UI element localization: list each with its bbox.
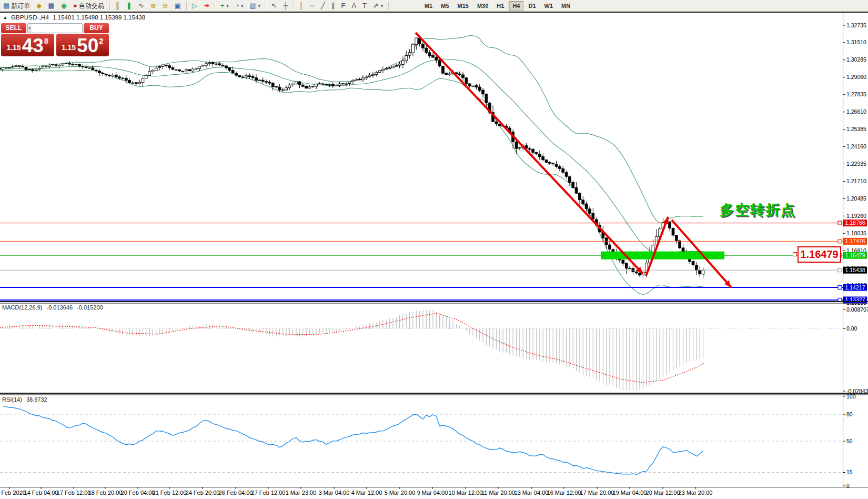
fibonacci-button[interactable]: F [338,0,348,12]
svg-text:1.27835: 1.27835 [846,91,866,97]
line-anchor-handle [838,268,842,272]
new-order-button[interactable]: ▤ 新订单 [0,0,33,12]
tf-h1-button[interactable]: H1 [493,1,508,11]
time-axis[interactable]: 12 Feb 202014 Feb 04:0017 Feb 12:0018 Fe… [0,487,712,496]
svg-text:15: 15 [846,469,853,475]
svg-text:1.20485: 1.20485 [846,195,866,202]
charts-window-button[interactable]: ▦ [45,0,57,12]
svg-text:0.008707: 0.008707 [846,306,868,313]
indicators-add-icon: + [220,2,225,10]
new-order-label: 新订单 [11,2,30,11]
svg-text:17 Mar 20:00: 17 Mar 20:00 [580,490,614,496]
svg-text:1.24160: 1.24160 [846,143,866,149]
text-label-button[interactable]: T [359,0,370,12]
one-click-trade-panel: SELL ▼ ▲ BUY 1.15 43 8 1.15 50 2 [1,23,109,56]
cursor-button[interactable]: ↖ [268,0,280,12]
turning-point-annotation[interactable]: 多空转折点 [720,201,796,219]
autotrading-button[interactable]: ● 自动交易 [70,0,107,12]
zoom-out-button[interactable]: ⊖ [159,0,171,12]
periods-button[interactable]: ◔ ▾ [231,0,246,12]
cursor-icon: ↖ [271,2,277,10]
shapes-icon: ⇗ [373,2,379,10]
tf-m1-button[interactable]: M1 [421,1,436,11]
horizontal-line-button[interactable]: ─ [307,0,318,12]
svg-text:24 Feb 20:00: 24 Feb 20:00 [186,490,220,496]
candlestick-chart-icon: ❚ [126,2,132,10]
candlestick-chart-button[interactable]: ❚ [123,0,135,12]
svg-text:1.14217: 1.14217 [845,284,865,291]
autotrading-label: 自动交易 [79,2,104,11]
zoom-out-icon: ⊖ [163,2,168,10]
svg-text:14 Feb 04:00: 14 Feb 04:00 [24,490,58,496]
shapes-button[interactable]: ⇗ ▾ [370,0,386,12]
crosshair-button[interactable]: ┼ [280,0,291,12]
svg-text:1.16479: 1.16479 [845,252,865,258]
svg-text:1.15438: 1.15438 [845,267,865,273]
svg-text:1.29060: 1.29060 [846,74,866,80]
signals-icon: ◉ [61,2,67,10]
chart-canvas[interactable]: 1.327351.315101.302851.290601.278351.266… [0,0,868,499]
autotrading-icon: ● [73,2,77,10]
bar-chart-button[interactable]: ║ [112,0,123,12]
line-chart-icon: ∿ [138,2,144,10]
level-lines-layer[interactable] [0,221,843,302]
callout-anchor-handle[interactable] [793,252,797,256]
top-toolbar: ▤ 新订单 ◆ ▦ ◉ ● 自动交易 ║ ❚ ∿ ⊕ ⊖ ▣ ▷ ↠ + ▾ [0,0,868,13]
mt4-window: { "toolbar": { "caret_glyph": "▾", "item… [0,0,868,499]
tf-h4-button[interactable]: H4 [509,1,523,11]
tile-windows-button[interactable]: ▣ [171,0,184,12]
svg-text:16 Mar 12:00: 16 Mar 12:00 [547,490,581,496]
buy-button[interactable]: BUY [84,23,109,33]
macd-signal-line [0,314,704,383]
text-icon: A [351,2,356,10]
templates-icon: ▧ [249,2,256,10]
auto-scroll-icon: ▷ [192,2,197,10]
svg-text:100: 100 [846,393,856,400]
sell-price-box[interactable]: 1.15 43 8 [1,34,54,56]
text-button[interactable]: A [348,0,359,12]
trendline-button[interactable]: ╱ [318,0,328,12]
svg-text:10 Mar 12:00: 10 Mar 12:00 [449,490,483,496]
channel-button[interactable]: ∥ [328,0,338,12]
auto-scroll-button[interactable]: ▷ [189,0,200,12]
macd-value-main: -0.013646 [46,304,73,311]
signals-button[interactable]: ◉ [58,0,70,12]
rsi-label: RSI(14) 38.9732 [2,396,50,403]
buy-price-pip: 2 [99,36,103,45]
line-chart-button[interactable]: ∿ [135,0,147,12]
horizontal-line-icon: ─ [310,2,315,10]
indicators-add-button[interactable]: + ▾ [217,0,232,12]
tf-mn-button[interactable]: MN [558,1,574,11]
svg-text:50: 50 [846,438,853,444]
tf-m15-button[interactable]: M15 [454,1,472,11]
macd-label: MACD(12,26,9) -0.013646 -0.015200 [2,304,106,311]
chart-title: GBPUSD-,H4 [11,14,49,21]
zoom-in-button[interactable]: ⊕ [147,0,159,12]
sell-price-prefix: 1.15 [6,43,21,52]
tf-m30-button[interactable]: M30 [473,1,492,11]
price-callout-label[interactable]: 1.16479 [798,246,841,263]
tf-w1-button[interactable]: W1 [541,1,557,11]
tf-m5-button[interactable]: M5 [437,1,452,11]
svg-text:1.18035: 1.18035 [846,230,866,236]
buy-price-box[interactable]: 1.15 50 2 [56,34,109,56]
sell-button[interactable]: SELL [1,23,26,33]
chart-shift-button[interactable]: ↠ [200,0,213,12]
svg-text:3 Mar 04:00: 3 Mar 04:00 [319,490,350,496]
chart-shift-icon: ↠ [204,2,209,10]
macd-pane [0,310,843,391]
volume-input[interactable] [32,24,83,33]
volume-decrease-button[interactable]: ▼ [28,24,32,33]
collapse-triangle-icon[interactable]: ▲ [3,15,7,20]
orders-button[interactable]: ◆ [33,0,45,12]
tile-windows-icon: ▣ [175,2,181,10]
templates-button[interactable]: ▧ ▾ [246,0,263,12]
macd-axis: 0.0087070.00-0.028436 [843,306,868,394]
chevron-down-icon: ▾ [226,4,228,8]
vertical-line-button[interactable]: │ [296,0,307,12]
sell-price-pip: 8 [44,36,48,45]
svg-text:1.21710: 1.21710 [846,178,866,184]
svg-text:0: 0 [846,483,850,489]
tf-d1-button[interactable]: D1 [524,1,539,11]
rsi-pane [0,406,843,474]
